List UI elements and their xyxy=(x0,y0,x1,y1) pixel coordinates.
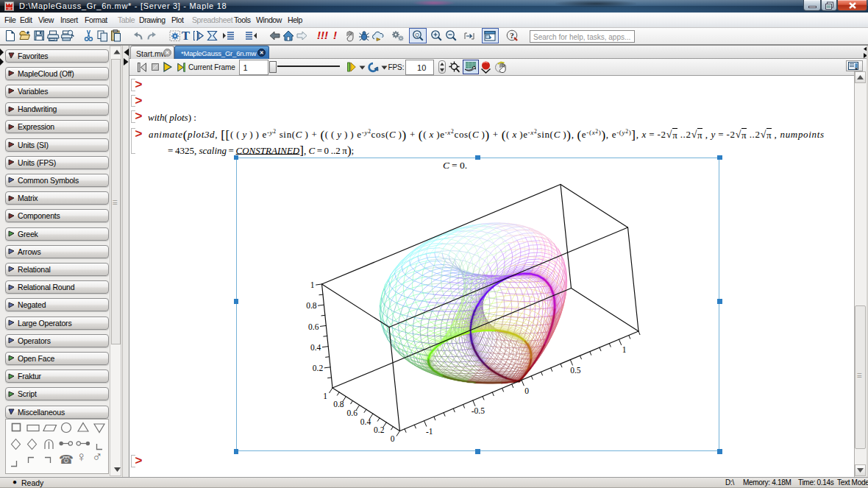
svg-text:?: ? xyxy=(510,31,514,40)
svg-text:18: 18 xyxy=(8,7,11,10)
svg-text:Q: Q xyxy=(415,32,419,38)
